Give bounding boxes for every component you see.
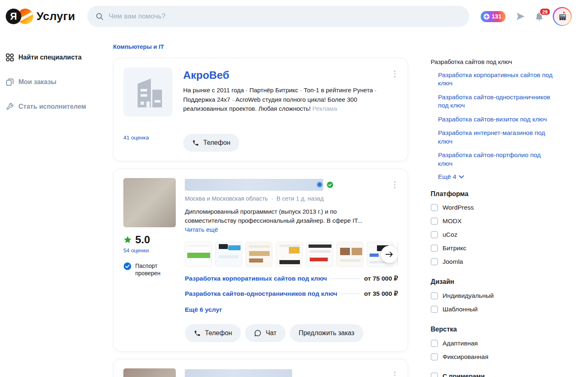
category-link[interactable]: Разработка интернет-магазинов под ключ [438, 129, 555, 146]
left-sidebar: Найти специалиста Мои заказы Стать испол… [0, 33, 113, 127]
online-status: В сети 1 д. назад [277, 195, 324, 202]
blurred-name[interactable] [185, 369, 292, 377]
search-input[interactable] [109, 12, 461, 21]
filter-option-modx[interactable]: MODX [431, 215, 558, 228]
specialist-details: Москва и Московская область · В сети 4 ч… [185, 368, 398, 377]
portfolio-thumbnail[interactable] [185, 242, 212, 267]
specialist-summary: 5.0 54 оценки Паспорт проверен [123, 178, 176, 342]
category-links: Разработка корпоративных сайтов под ключ… [431, 71, 558, 181]
portfolio-thumbnail[interactable] [215, 242, 242, 267]
sidebar-item-become-executor[interactable]: Стать исполнителем [6, 103, 113, 111]
portfolio-thumbnail[interactable] [306, 242, 333, 267]
portfolio-thumbnail[interactable] [336, 242, 363, 267]
offer-order-button[interactable]: Предложить заказ [290, 324, 363, 342]
filter-option-fixed-layout[interactable]: Фиксированная [431, 350, 558, 363]
agency-info: АкроВеб На рынке с 2011 года · Партнёр Б… [183, 67, 398, 117]
rating: 5.0 [123, 233, 176, 246]
service-price: от 75 000 ₽ [364, 275, 398, 282]
reviews-link[interactable]: 41 оценка [123, 135, 183, 141]
breadcrumb[interactable]: Компьютеры и IT [113, 43, 164, 50]
sidebar-item-my-orders[interactable]: Мои заказы [6, 78, 113, 86]
ad-label[interactable]: Реклама [312, 105, 337, 112]
sidebar-item-label: Мои заказы [18, 78, 57, 86]
wrench-icon [6, 103, 14, 111]
category-link[interactable]: Разработка корпоративных сайтов под ключ [438, 71, 555, 88]
results-column: Компьютеры и IT [113, 33, 408, 377]
header-actions: 131 29 [481, 7, 572, 26]
filters-rail: Разработка сайтов под ключ Разработка ко… [431, 33, 558, 377]
arrow-right-icon [385, 251, 393, 258]
checkbox[interactable] [431, 340, 438, 347]
checkbox[interactable] [431, 306, 438, 313]
messenger-send-icon [514, 11, 526, 21]
category-link[interactable]: Разработка сайтов-портфолио под ключ [438, 151, 555, 168]
service-link[interactable]: Разработка сайтов-одностраничников под к… [185, 290, 337, 297]
specialist-name-row [185, 369, 398, 377]
sidebar-item-label: Стать исполнителем [18, 103, 86, 110]
more-categories-link[interactable]: Ещё 4 [438, 173, 558, 181]
passport-verified-badge: Паспорт проверен [123, 262, 176, 277]
plus-points-badge[interactable]: 131 [481, 11, 506, 22]
yandex-plus-icon [483, 13, 490, 20]
specialist-card-seo: Москва и Московская область · В сети 4 ч… [113, 359, 408, 377]
specialist-description: Дипломированный программист (выпуск 2013… [185, 207, 372, 234]
specialist-photo[interactable] [123, 178, 176, 227]
read-more-link[interactable]: Читать ещё [185, 226, 218, 233]
portfolio-thumbnail[interactable] [276, 242, 303, 267]
plus-count: 131 [492, 13, 502, 20]
chat-icon [254, 329, 261, 337]
checkbox[interactable] [431, 204, 438, 211]
category-link[interactable]: Разработка сайтов-одностраничников под к… [438, 93, 555, 110]
filter-option-template-design[interactable]: Шаблонный [431, 303, 558, 316]
phone-button[interactable]: Телефон [183, 134, 239, 152]
checkbox[interactable] [431, 372, 438, 377]
phone-icon [192, 139, 199, 146]
checkbox[interactable] [431, 231, 438, 238]
yandex-services-logo[interactable]: Я Услуги [6, 9, 75, 24]
blurred-name[interactable] [185, 179, 323, 191]
filter-option-bitrix[interactable]: Битрикс [431, 242, 558, 255]
specialist-photo[interactable] [123, 368, 176, 377]
card-menu-button[interactable] [393, 370, 397, 377]
category-title: Разработка сайтов под ключ [431, 58, 558, 65]
checkbox[interactable] [431, 353, 438, 361]
filter-option-with-examples[interactable]: С примерами [431, 370, 558, 377]
location-link[interactable]: Москва и Московская область [185, 195, 268, 202]
filter-option-individual-design[interactable]: Индивидуальный [431, 289, 558, 302]
phone-button[interactable]: Телефон [185, 324, 241, 342]
card-menu-button[interactable] [393, 180, 397, 190]
checkbox[interactable] [431, 244, 438, 252]
reviews-link[interactable]: 54 оценки [123, 247, 149, 254]
agency-avatar[interactable] [123, 67, 173, 117]
passport-label: Паспорт проверен [135, 262, 161, 277]
portfolio-next-button[interactable] [381, 246, 398, 263]
search-bar[interactable] [87, 6, 469, 27]
chat-button[interactable]: Чат [245, 324, 286, 342]
portfolio-strip [185, 242, 398, 267]
checkbox[interactable] [431, 258, 438, 265]
notifications-button[interactable]: 29 [534, 11, 544, 21]
specialist-meta: Москва и Московская область · В сети 1 д… [185, 195, 398, 202]
verified-green-icon [327, 181, 334, 188]
star-icon [123, 235, 132, 244]
documents-icon [6, 78, 14, 86]
filter-option-joomla[interactable]: Joomla [431, 255, 558, 268]
more-services-link[interactable]: Ещё 6 услуг [185, 306, 222, 313]
user-avatar[interactable] [553, 7, 572, 26]
sidebar-item-find-specialist[interactable]: Найти специалиста [6, 53, 113, 62]
checkbox[interactable] [431, 217, 438, 225]
checkbox[interactable] [431, 292, 438, 299]
yandex-logo-icon: Я [6, 9, 21, 24]
filter-option-adaptive-layout[interactable]: Адаптивная [431, 337, 558, 350]
filter-group-title: Дизайн [431, 278, 558, 286]
portfolio-thumbnail[interactable] [245, 242, 272, 267]
service-link[interactable]: Разработка корпоративных сайтов под ключ [185, 275, 327, 282]
specialist-details: Москва и Московская область · В сети 1 д… [185, 178, 398, 342]
agency-name[interactable]: АкроВеб [183, 69, 398, 82]
filter-option-wordpress[interactable]: WordPress [431, 201, 558, 214]
filter-option-ucoz[interactable]: uCoz [431, 228, 558, 241]
grid-icon [6, 53, 14, 62]
messenger-button[interactable] [514, 11, 526, 21]
card-menu-button[interactable] [393, 69, 397, 79]
category-link[interactable]: Разработка сайтов-визиток под ключ [438, 115, 555, 123]
